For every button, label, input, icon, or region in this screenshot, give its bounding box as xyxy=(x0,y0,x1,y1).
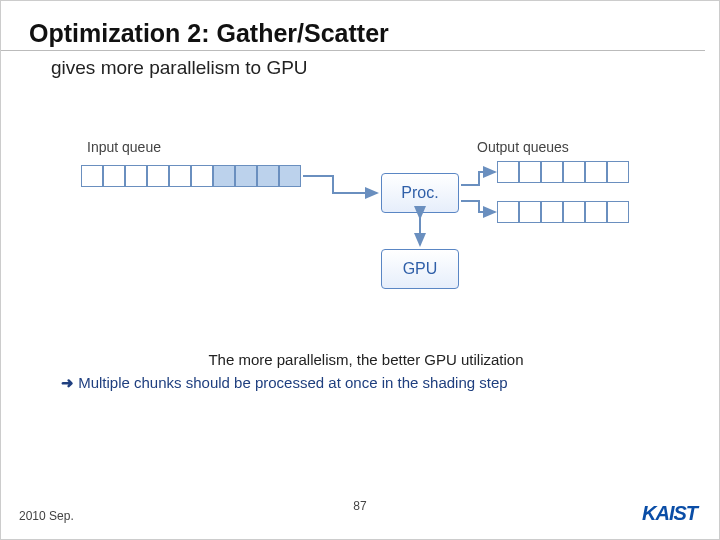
caption-line2: ➜ Multiple chunks should be processed at… xyxy=(61,372,671,395)
diagram: Input queue Output queues Proc. GPU xyxy=(81,121,641,321)
caption-line1: The more parallelism, the better GPU uti… xyxy=(61,349,671,372)
footer-date: 2010 Sep. xyxy=(19,509,74,523)
diagram-connectors xyxy=(81,121,641,321)
caption-line2-text: Multiple chunks should be processed at o… xyxy=(78,374,507,391)
arrow-icon: ➜ xyxy=(61,374,74,391)
slide: Optimization 2: Gather/Scatter gives mor… xyxy=(0,0,720,540)
kaist-logo: KAIST xyxy=(642,502,697,525)
caption: The more parallelism, the better GPU uti… xyxy=(61,349,671,394)
slide-title: Optimization 2: Gather/Scatter xyxy=(1,1,705,51)
footer-page-number: 87 xyxy=(353,499,366,513)
slide-subtitle: gives more parallelism to GPU xyxy=(1,51,719,79)
